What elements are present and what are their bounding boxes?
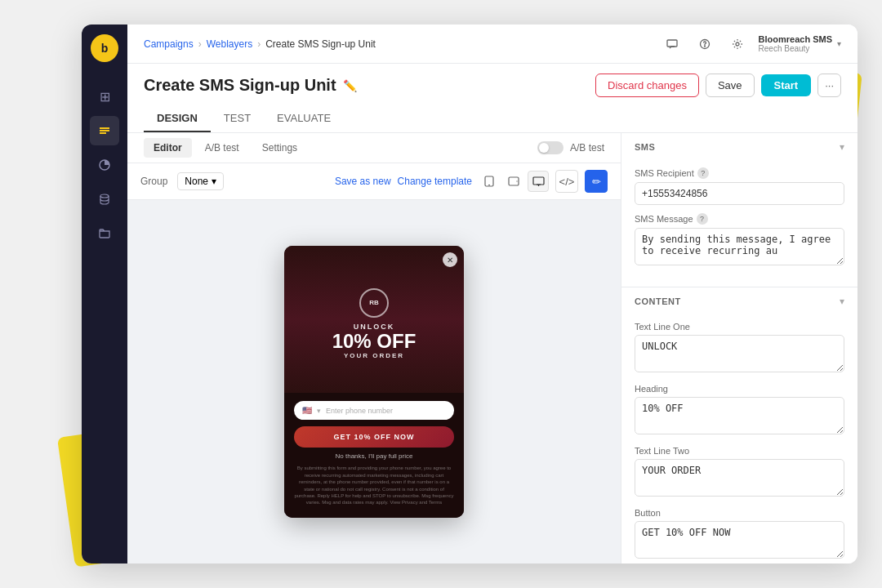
popup-line2: YOUR ORDER — [344, 352, 404, 359]
page-tabs: DESIGN TEST EVALUATE — [144, 105, 841, 132]
ab-test-toggle-switch[interactable] — [537, 141, 564, 154]
settings-icon[interactable] — [726, 33, 749, 56]
canvas-toolbar: Group None ▾ Save as new Change template — [127, 163, 621, 200]
sub-tab-abtest[interactable]: A/B test — [195, 138, 249, 158]
popup-heading: 10% OFF — [332, 331, 416, 352]
popup-flag-sep: ▾ — [317, 407, 321, 415]
content-section-body: Text Line One UNLOCK Heading 10% OFF Tex… — [621, 315, 858, 564]
sms-section-body: SMS Recipient ? SMS Message ? By sending… — [621, 161, 858, 287]
sms-message-label: SMS Message ? — [635, 213, 844, 225]
sms-section-header[interactable]: SMS ▾ — [621, 133, 858, 161]
account-company: Bloomreach SMS — [759, 34, 832, 44]
tab-evaluate[interactable]: EVALUATE — [264, 105, 344, 132]
sub-tab-editor[interactable]: Editor — [144, 138, 192, 158]
popup-input-placeholder: Enter phone number — [326, 407, 446, 415]
popup-background: RB UNLOCK 10% OFF YOUR ORDER — [284, 246, 464, 393]
svg-point-4 — [704, 46, 705, 47]
sms-message-textarea[interactable]: By sending this message, I agree to rece… — [635, 228, 844, 265]
breadcrumb-sep-2: › — [257, 38, 261, 50]
help-icon[interactable] — [693, 33, 716, 56]
heading-label: Heading — [635, 384, 844, 394]
popup-preview: ✕ RB UNLOCK 10% OFF YOUR ORDER 🇺🇸 — [284, 246, 464, 517]
breadcrumb-current: Create SMS Sign-up Unit — [265, 38, 376, 50]
edit-title-icon[interactable]: ✏️ — [343, 79, 357, 92]
canvas-left: Group None ▾ — [140, 172, 224, 190]
sms-recipient-input[interactable] — [635, 182, 844, 205]
content-section-header[interactable]: CONTENT ▾ — [621, 287, 858, 315]
tab-design[interactable]: DESIGN — [144, 105, 211, 132]
top-bar-icons: Bloomreach SMS Reech Beauty ▾ — [661, 33, 841, 56]
tab-test[interactable]: TEST — [211, 105, 264, 132]
breadcrumb-sep-1: › — [198, 38, 202, 50]
sidebar-item-grid[interactable]: ⊞ — [90, 82, 119, 111]
ab-test-toggle: A/B test — [537, 141, 604, 154]
start-button[interactable]: Start — [761, 74, 812, 96]
text-line-two-textarea[interactable]: YOUR ORDER — [635, 459, 844, 497]
sms-section-chevron-icon: ▾ — [840, 141, 844, 153]
group-select[interactable]: None ▾ — [177, 172, 224, 190]
sms-recipient-info-icon[interactable]: ? — [697, 167, 709, 179]
sms-recipient-label: SMS Recipient ? — [635, 167, 844, 179]
discard-button[interactable]: Discard changes — [595, 74, 699, 97]
header-actions: Discard changes Save Start ··· — [595, 74, 841, 97]
account-chevron-icon: ▾ — [837, 39, 841, 48]
edit-mode-button[interactable]: ✏ — [585, 170, 608, 193]
top-bar: Campaigns › Weblayers › Create SMS Sign-… — [127, 24, 858, 64]
popup-decline-link[interactable]: No thanks, I'll pay full price — [294, 452, 454, 460]
text-line-one-textarea[interactable]: UNLOCK — [635, 335, 844, 372]
text-line-one-label: Text Line One — [635, 322, 844, 332]
right-panel: SMS ▾ SMS Recipient ? SMS Message ? — [621, 133, 858, 564]
message-icon[interactable] — [661, 33, 684, 56]
account-name: Reech Beauty — [759, 44, 832, 53]
popup-phone-input[interactable]: 🇺🇸 ▾ Enter phone number — [294, 401, 454, 420]
save-button[interactable]: Save — [706, 74, 755, 97]
app-window: b ⊞ Campaigns › Weblayers › Create SMS S… — [82, 24, 858, 564]
sidebar-item-campaigns[interactable] — [90, 116, 119, 145]
sub-toolbar: Editor A/B test Settings A/B test — [127, 133, 621, 163]
sidebar-item-folder[interactable] — [90, 219, 119, 248]
sidebar-item-analytics[interactable] — [90, 150, 119, 180]
group-value: None — [185, 176, 208, 187]
save-as-new-link[interactable]: Save as new — [335, 176, 391, 187]
tablet-view-icon[interactable] — [503, 171, 524, 192]
heading-textarea[interactable]: 10% OFF — [635, 397, 844, 434]
svg-point-5 — [736, 42, 739, 46]
mobile-view-icon[interactable] — [479, 171, 500, 192]
sidebar-item-database[interactable] — [90, 185, 119, 214]
code-view-button[interactable]: </> — [555, 170, 578, 193]
sms-section: SMS ▾ SMS Recipient ? SMS Message ? — [621, 133, 858, 287]
breadcrumb: Campaigns › Weblayers › Create SMS Sign-… — [144, 38, 376, 50]
popup-legal-text: By submitting this form and providing yo… — [294, 465, 454, 506]
popup-logo: RB — [359, 288, 389, 318]
page-title: Create SMS Sign-up Unit ✏️ — [144, 76, 357, 95]
breadcrumb-weblayers[interactable]: Weblayers — [207, 38, 252, 50]
more-button[interactable]: ··· — [817, 74, 841, 97]
popup-flag-icon: 🇺🇸 — [302, 406, 312, 415]
ab-test-label: A/B test — [570, 142, 604, 154]
sub-tabs: Editor A/B test Settings — [144, 138, 307, 158]
group-chevron-icon: ▾ — [212, 176, 216, 187]
account-info[interactable]: Bloomreach SMS Reech Beauty ▾ — [759, 34, 841, 53]
sms-message-info-icon[interactable]: ? — [697, 213, 708, 225]
editor-area: Editor A/B test Settings A/B test Group — [127, 133, 858, 564]
sidebar-logo[interactable]: b — [91, 34, 118, 62]
desktop-view-icon[interactable] — [528, 171, 549, 192]
popup-body: 🇺🇸 ▾ Enter phone number GET 10% OFF NOW … — [284, 393, 464, 517]
sub-tab-settings[interactable]: Settings — [252, 138, 307, 158]
svg-point-1 — [100, 194, 109, 198]
canvas-right: Save as new Change template — [335, 170, 608, 193]
change-template-link[interactable]: Change template — [398, 176, 472, 187]
breadcrumb-campaigns[interactable]: Campaigns — [144, 38, 194, 50]
main-content: Campaigns › Weblayers › Create SMS Sign-… — [127, 24, 858, 564]
button-label: Button — [635, 508, 844, 518]
svg-rect-10 — [533, 177, 544, 185]
popup-cta-button[interactable]: GET 10% OFF NOW — [294, 426, 454, 448]
sms-section-title: SMS — [635, 142, 655, 152]
canvas-area: Editor A/B test Settings A/B test Group — [127, 133, 621, 564]
canvas-content: ✕ RB UNLOCK 10% OFF YOUR ORDER 🇺🇸 — [127, 200, 621, 564]
toggle-knob — [539, 143, 549, 153]
sidebar: b ⊞ — [82, 24, 127, 564]
group-label: Group — [140, 176, 167, 187]
button-textarea[interactable]: GET 10% OFF NOW — [635, 521, 844, 559]
content-section-chevron-icon: ▾ — [840, 296, 844, 307]
